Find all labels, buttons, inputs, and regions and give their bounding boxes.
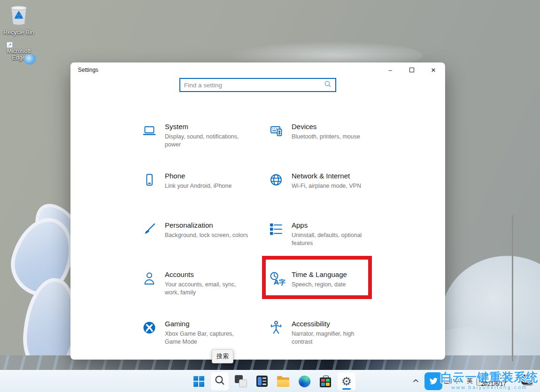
task-view-button[interactable]	[231, 372, 250, 391]
maximize-button[interactable]	[401, 62, 423, 77]
category-subtitle: Narrator, magnifier, high contrast	[292, 330, 376, 346]
gear-icon: ⚙	[341, 376, 352, 387]
category-title: Network & Internet	[292, 172, 361, 180]
search-tooltip: 搜索	[212, 349, 233, 363]
category-title: Accounts	[165, 270, 249, 278]
accessibility-icon	[269, 320, 284, 346]
category-title: Accessibility	[292, 320, 376, 328]
file-explorer-button[interactable]	[274, 372, 293, 391]
search-input[interactable]	[184, 82, 324, 89]
search-icon	[324, 80, 332, 90]
settings-button[interactable]: ⚙	[337, 372, 356, 391]
maximize-icon	[409, 68, 414, 72]
desktop-icon-label: Recycle Bin	[0, 29, 38, 36]
folder-icon	[277, 377, 289, 387]
category-subtitle: Your accounts, email, sync, work, family	[165, 281, 249, 296]
category-tile-system[interactable]: System Display, sound, notifications, po…	[142, 123, 264, 148]
desktop-icon-recycle-bin[interactable]: Recycle Bin	[0, 4, 38, 36]
settings-window: Settings – ✕ System Display, sound, noti…	[70, 62, 445, 360]
recycle-bin-icon	[8, 20, 30, 28]
notification-count-badge[interactable]: 3	[521, 375, 532, 384]
widgets-button[interactable]	[253, 372, 271, 391]
tray-time: 8:27	[481, 374, 506, 381]
category-tile-phone[interactable]: Phone Link your Android, iPhone	[142, 172, 264, 190]
edge-icon	[299, 376, 310, 387]
category-subtitle: Wi-Fi, airplane mode, VPN	[292, 182, 361, 190]
category-tile-accessibility[interactable]: Accessibility Narrator, magnifier, high …	[269, 320, 391, 346]
category-tile-apps[interactable]: Apps Uninstall, defaults, optional featu…	[269, 221, 391, 247]
category-tile-network[interactable]: Network & Internet Wi-Fi, airplane mode,…	[269, 172, 391, 190]
apps-icon	[269, 221, 284, 247]
widgets-icon	[256, 376, 268, 387]
close-button[interactable]: ✕	[423, 62, 444, 77]
tray-chevron-up-icon[interactable]	[413, 377, 419, 385]
volume-icon[interactable]	[453, 377, 461, 386]
minimize-button[interactable]: –	[379, 62, 401, 77]
category-title: Phone	[165, 172, 231, 180]
task-view-icon	[235, 375, 247, 387]
category-title: Gaming	[165, 320, 249, 328]
phone-icon	[142, 172, 157, 190]
category-subtitle: Background, lock screen, colors	[165, 231, 248, 239]
devices-icon	[269, 123, 284, 141]
category-subtitle: Xbox Game Bar, captures, Game Mode	[165, 330, 249, 346]
window-scrollbar[interactable]	[512, 215, 513, 361]
tray-date: 2021/6/17	[481, 381, 506, 388]
edge-button[interactable]	[295, 372, 314, 391]
category-title: Devices	[292, 123, 360, 131]
window-title: Settings	[78, 67, 98, 73]
category-tile-accounts[interactable]: Accounts Your accounts, email, sync, wor…	[142, 270, 264, 296]
category-title: System	[165, 123, 249, 131]
category-subtitle: Uninstall, defaults, optional features	[292, 231, 376, 247]
category-tile-devices[interactable]: Devices Bluetooth, printers, mouse	[269, 123, 391, 141]
red-highlight-rectangle	[262, 256, 372, 299]
titlebar[interactable]: Settings – ✕	[70, 62, 445, 77]
person-icon	[142, 270, 157, 296]
taskbar-search-button[interactable]	[210, 372, 229, 391]
globe-icon	[269, 172, 284, 190]
find-a-setting-searchbox[interactable]	[179, 78, 336, 92]
desktop-icon-microsoft-edge[interactable]: ↗ Microsoft Edge	[0, 47, 38, 61]
category-subtitle: Bluetooth, printers, mouse	[292, 133, 360, 141]
category-tile-personalization[interactable]: Personalization Background, lock screen,…	[142, 221, 264, 239]
category-title: Personalization	[165, 221, 248, 229]
start-button[interactable]	[189, 372, 208, 391]
clock-tray[interactable]: 8:27 2021/6/17	[481, 374, 506, 388]
store-icon	[320, 377, 331, 387]
taskbar: ⚙ 英 拼 8:27 2021/6/17 3 白云一键重装系统 www.baiy…	[0, 370, 540, 392]
brush-icon	[142, 221, 157, 239]
taskbar-center-icons: ⚙	[189, 372, 356, 391]
category-subtitle: Display, sound, notifications, power	[165, 133, 249, 148]
category-title: Apps	[292, 221, 376, 229]
ime-english-indicator[interactable]: 英	[467, 377, 473, 385]
system-icon	[142, 123, 157, 148]
shortcut-arrow-icon: ↗	[7, 42, 13, 48]
microsoft-store-button[interactable]	[316, 372, 335, 391]
category-subtitle: Link your Android, iPhone	[165, 182, 231, 190]
twitter-tray-icon[interactable]	[424, 372, 442, 390]
search-icon	[214, 375, 225, 388]
category-tile-gaming[interactable]: Gaming Xbox Game Bar, captures, Game Mod…	[142, 320, 264, 346]
windows-logo-icon	[193, 376, 204, 387]
touch-keyboard-icon[interactable]	[444, 377, 452, 386]
xbox-icon	[142, 320, 157, 346]
